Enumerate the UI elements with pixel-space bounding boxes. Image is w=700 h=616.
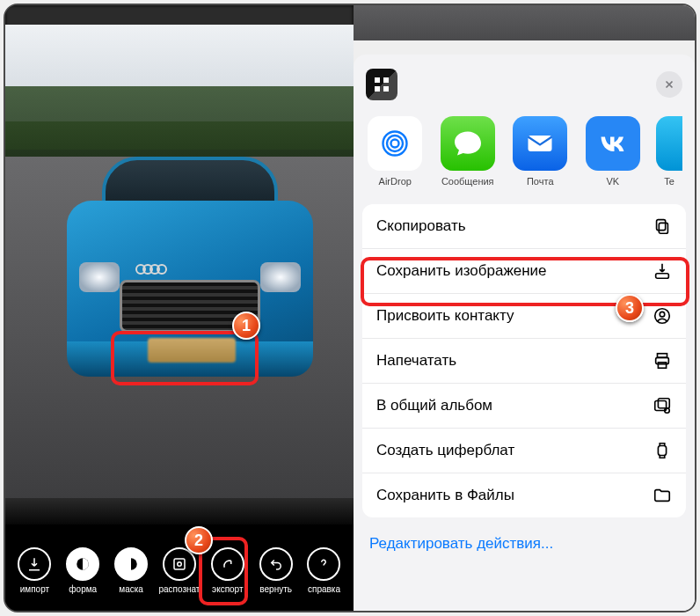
shared-album-icon [653, 396, 672, 415]
tool-label: форма [69, 584, 97, 594]
callout-badge-1: 1 [232, 312, 260, 340]
editor-pane: 1 импорт форма маска [5, 5, 354, 611]
svg-rect-2 [174, 559, 185, 569]
messages-icon [441, 116, 495, 171]
svg-rect-17 [658, 399, 669, 408]
action-print[interactable]: Напечатать [362, 339, 686, 384]
share-messages[interactable]: Сообщения [438, 116, 497, 187]
tool-label: распознат [158, 584, 200, 594]
action-label: Скопировать [376, 217, 466, 235]
tool-label: экспорт [212, 584, 244, 594]
copy-icon [653, 216, 672, 236]
share-sheet: AirDrop Сообщения Почта [354, 55, 695, 611]
download-box-icon [653, 261, 672, 281]
svg-point-5 [387, 136, 403, 151]
svg-point-3 [178, 561, 182, 566]
halfcircle-icon [66, 547, 99, 581]
action-save-files[interactable]: Сохранить в Файлы [362, 473, 686, 517]
airdrop-icon [368, 116, 422, 171]
share-app-label: Te [664, 176, 674, 187]
actions-list: Скопировать Сохранить изображение Присво… [362, 204, 686, 517]
action-label: В общий альбом [376, 397, 492, 414]
vk-icon [586, 116, 640, 171]
share-app-label: VK [606, 176, 619, 187]
share-sheet-pane: AirDrop Сообщения Почта [354, 5, 695, 611]
editor-toolbar: импорт форма маска распознат [5, 524, 354, 611]
action-watchface[interactable]: Создать циферблат [362, 429, 686, 473]
undo-icon [259, 547, 293, 581]
close-icon [663, 78, 675, 91]
share-telegram[interactable]: Te [656, 116, 682, 187]
svg-point-4 [391, 140, 399, 148]
svg-rect-9 [657, 220, 666, 231]
action-label: Присвоить контакту [376, 307, 514, 325]
share-app-label: Почта [527, 176, 554, 187]
action-label: Сохранить изображение [376, 262, 547, 280]
tool-label: маска [119, 584, 143, 594]
tool-import[interactable]: импорт [12, 547, 56, 594]
svg-rect-15 [658, 363, 666, 368]
svg-rect-7 [529, 136, 552, 151]
share-app-label: AirDrop [379, 176, 412, 187]
car-subject [67, 139, 313, 385]
callout-badge-3: 3 [616, 294, 644, 322]
download-icon [18, 547, 51, 581]
tutorial-frame: 1 импорт форма маска [4, 4, 696, 612]
share-apps-row[interactable]: AirDrop Сообщения Почта [354, 111, 695, 199]
folder-icon [653, 486, 672, 505]
action-label: Напечатать [376, 352, 456, 370]
share-vk[interactable]: VK [583, 116, 642, 187]
contact-icon [653, 306, 672, 326]
svg-rect-19 [658, 446, 666, 456]
svg-rect-10 [656, 274, 669, 279]
action-label: Сохранить в Файлы [376, 487, 514, 504]
share-arrow-icon [211, 547, 244, 581]
edited-photo[interactable] [5, 25, 354, 526]
tool-mask[interactable]: маска [109, 547, 153, 594]
tool-undo[interactable]: вернуть [254, 547, 298, 594]
tool-export[interactable]: экспорт [206, 547, 250, 594]
printer-icon [653, 351, 672, 370]
action-label: Создать циферблат [376, 442, 514, 459]
share-airdrop[interactable]: AirDrop [366, 116, 425, 187]
tool-help[interactable]: справка [302, 547, 346, 594]
share-app-label: Сообщения [441, 176, 494, 187]
share-thumbnail [366, 69, 397, 100]
contrast-icon [114, 547, 148, 581]
edit-actions-link[interactable]: Редактировать действия... [354, 523, 695, 553]
share-mail[interactable]: Почта [511, 116, 570, 187]
tool-label: справка [308, 584, 340, 594]
telegram-icon [656, 116, 682, 171]
callout-badge-2: 2 [185, 526, 213, 554]
svg-rect-8 [659, 223, 667, 233]
close-button[interactable] [656, 71, 682, 98]
action-shared-album[interactable]: В общий альбом [362, 384, 686, 429]
action-copy[interactable]: Скопировать [362, 204, 686, 249]
tool-shape[interactable]: форма [61, 547, 105, 594]
watch-icon [653, 441, 672, 460]
action-save-image[interactable]: Сохранить изображение [362, 249, 686, 294]
tool-label: вернуть [259, 584, 292, 594]
svg-point-12 [660, 312, 665, 317]
blurred-license-plate [148, 338, 236, 363]
tool-label: импорт [20, 584, 49, 594]
mail-icon [513, 116, 567, 171]
question-icon [307, 547, 340, 581]
